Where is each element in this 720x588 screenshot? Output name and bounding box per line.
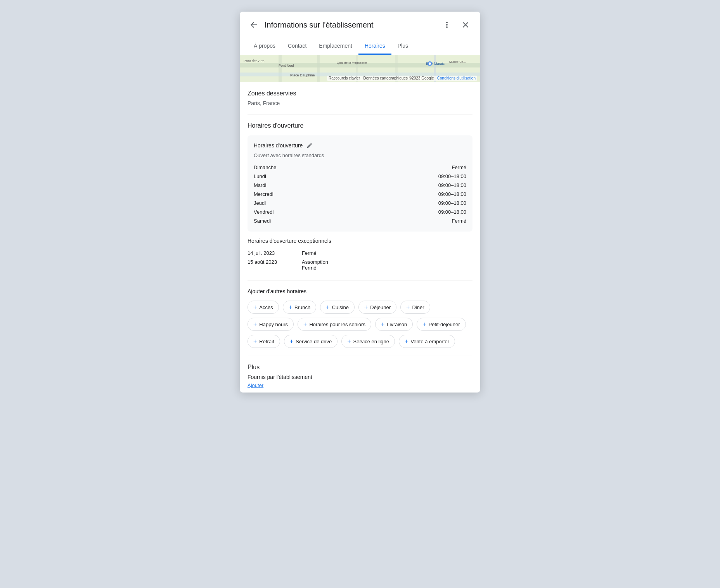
chip-service-enligne[interactable]: + Service en ligne [341, 335, 395, 348]
chip-dejeuner[interactable]: + Déjeuner [358, 301, 396, 314]
modal-header: Informations sur l'établissement [240, 12, 480, 38]
hours-jeudi: 09:00–18:00 [438, 200, 466, 206]
add-hours-section: Ajouter d'autres horaires + Accès + Brun… [248, 280, 472, 356]
hours-samedi: Fermé [452, 218, 466, 224]
exc-info-1: Fermé [302, 250, 317, 256]
chip-seniors[interactable]: + Horaires pour les seniors [298, 318, 371, 331]
tab-a-propos[interactable]: À propos [248, 38, 282, 55]
svg-text:Pont Neuf: Pont Neuf [279, 64, 294, 67]
more-options-button[interactable] [440, 18, 454, 32]
chip-cuisine[interactable]: + Cuisine [320, 301, 355, 314]
hours-dimanche: Fermé [452, 164, 466, 170]
hours-section-title: Horaires d'ouverture [248, 122, 472, 129]
edit-hours-button[interactable] [306, 142, 313, 149]
chip-acces[interactable]: + Accès [248, 301, 279, 314]
exceptional-hours-block: Horaires d'ouverture exceptionnels 14 ju… [248, 238, 472, 272]
table-row: Vendredi 09:00–18:00 [254, 208, 466, 216]
day-jeudi: Jeudi [254, 200, 292, 206]
hours-block-header: Horaires d'ouverture [254, 142, 466, 149]
table-row: Lundi 09:00–18:00 [254, 172, 466, 181]
table-row: Dimanche Fermé [254, 163, 466, 172]
day-dimanche: Dimanche [254, 164, 292, 170]
plus-title: Plus [248, 364, 472, 371]
chip-petit-dejeuner[interactable]: + Petit-déjeuner [417, 318, 466, 331]
chip-brunch[interactable]: + Brunch [283, 301, 317, 314]
exc-info-2: Assomption Fermé [302, 259, 328, 271]
exc-date-2: 15 août 2023 [248, 259, 302, 271]
exc-date-1: 14 juil. 2023 [248, 250, 302, 256]
tab-emplacement[interactable]: Emplacement [313, 38, 358, 55]
svg-point-15 [429, 62, 431, 65]
chip-vente-emporter[interactable]: + Vente à emporter [399, 335, 455, 348]
table-row: Mardi 09:00–18:00 [254, 181, 466, 190]
day-vendredi: Vendredi [254, 209, 292, 215]
table-row: Jeudi 09:00–18:00 [254, 199, 466, 208]
modal-content: Zones desservies Paris, France Horaires … [240, 82, 480, 393]
add-plus-link[interactable]: Ajouter [248, 382, 263, 388]
day-mercredi: Mercredi [254, 191, 292, 197]
chip-happy-hours[interactable]: + Happy hours [248, 318, 294, 331]
table-row: Samedi Fermé [254, 216, 466, 225]
table-row: Mercredi 09:00–18:00 [254, 190, 466, 199]
modal: Informations sur l'établissement À propo… [240, 12, 480, 393]
map-caption: Raccourcis clavier Données cartographiqu… [327, 76, 477, 81]
chip-diner[interactable]: + Diner [400, 301, 430, 314]
exceptional-row: 15 août 2023 Assomption Fermé [248, 258, 472, 272]
svg-text:Quai de la Mégisserie: Quai de la Mégisserie [337, 61, 367, 64]
hours-lundi: 09:00–18:00 [438, 173, 466, 179]
chip-retrait[interactable]: + Retrait [248, 335, 280, 348]
svg-rect-3 [317, 55, 320, 82]
hours-mardi: 09:00–18:00 [438, 182, 466, 188]
zones-title: Zones desservies [248, 90, 472, 97]
exceptional-row: 14 juil. 2023 Fermé [248, 249, 472, 258]
svg-rect-2 [279, 55, 282, 82]
hours-section: Horaires d'ouverture Horaires d'ouvertur… [248, 114, 472, 280]
conditions-link[interactable]: Conditions d'utilisation [437, 76, 476, 80]
hours-mercredi: 09:00–18:00 [438, 191, 466, 197]
exceptional-title: Horaires d'ouverture exceptionnels [248, 238, 472, 244]
chips-container: + Accès + Brunch + Cuisine + Déjeuner [248, 301, 472, 348]
svg-text:Pont des Arts: Pont des Arts [244, 59, 265, 63]
tab-plus[interactable]: Plus [391, 38, 414, 55]
hours-status: Ouvert avec horaires standards [254, 152, 466, 158]
zones-value: Paris, France [248, 100, 472, 106]
plus-subtitle: Fournis par l'établissement [248, 374, 472, 380]
chip-service-drive[interactable]: + Service de drive [284, 335, 338, 348]
add-hours-title: Ajouter d'autres horaires [248, 288, 472, 294]
opening-hours-block: Horaires d'ouverture Ouvert avec horaire… [248, 135, 472, 232]
tab-horaires[interactable]: Horaires [358, 38, 391, 55]
back-button[interactable] [248, 19, 260, 31]
plus-section: Plus Fournis par l'établissement Ajouter [248, 356, 472, 393]
hours-table: Dimanche Fermé Lundi 09:00–18:00 Mardi 0… [254, 163, 466, 225]
map-preview: Pont des Arts Pont Neuf Quai de la Mégis… [240, 55, 480, 82]
day-mardi: Mardi [254, 182, 292, 188]
modal-title: Informations sur l'établissement [265, 21, 435, 29]
svg-text:Place Dauphine: Place Dauphine [290, 73, 315, 77]
tabs-bar: À propos Contact Emplacement Horaires Pl… [240, 38, 480, 55]
day-lundi: Lundi [254, 173, 292, 179]
hours-block-title: Horaires d'ouverture [254, 142, 303, 149]
modal-overlay: Informations sur l'établissement À propo… [240, 12, 480, 393]
zones-section: Zones desservies Paris, France [248, 82, 472, 114]
svg-text:Musée Ca...: Musée Ca... [449, 60, 466, 64]
hours-vendredi: 09:00–18:00 [438, 209, 466, 215]
day-samedi: Samedi [254, 218, 292, 224]
close-button[interactable] [459, 18, 472, 32]
tab-contact[interactable]: Contact [282, 38, 313, 55]
chip-livraison[interactable]: + Livraison [375, 318, 413, 331]
